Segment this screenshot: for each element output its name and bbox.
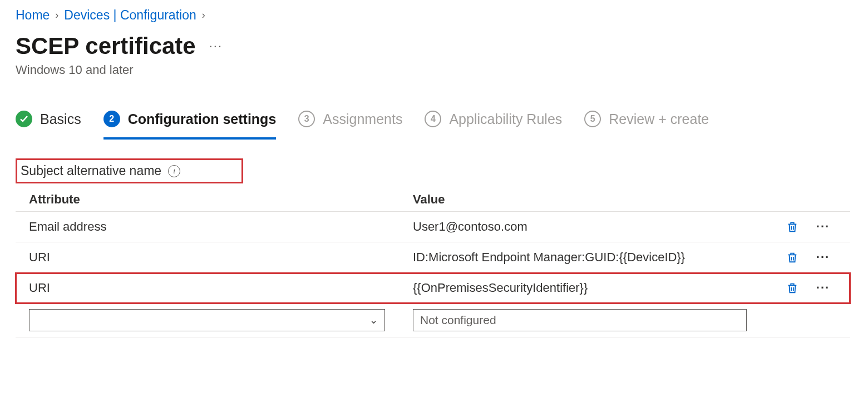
table-input-row: ⌄	[16, 304, 850, 337]
table-header: Attribute Value	[16, 188, 850, 212]
breadcrumb: Home › Devices | Configuration ›	[16, 8, 852, 23]
step-number-icon: 2	[103, 111, 120, 127]
cell-attribute: Email address	[29, 220, 413, 234]
cell-value: ID:Microsoft Endpoint Manager:GUID:{{Dev…	[413, 250, 776, 265]
step-label: Assignments	[323, 111, 402, 127]
delete-icon[interactable]	[776, 281, 809, 295]
row-more-button[interactable]: ···	[809, 220, 837, 234]
breadcrumb-home[interactable]: Home	[16, 8, 50, 23]
step-number-icon: 3	[298, 111, 315, 127]
title-more-button[interactable]: ···	[209, 39, 223, 53]
step-label: Review + create	[609, 111, 709, 127]
cell-attribute: URI	[29, 281, 413, 295]
col-value: Value	[413, 192, 776, 207]
col-attribute: Attribute	[29, 192, 413, 207]
step-basics[interactable]: Basics	[16, 111, 81, 137]
section-label: Subject alternative name	[21, 163, 161, 178]
step-configuration-settings[interactable]: 2 Configuration settings	[103, 111, 277, 140]
step-number-icon: 5	[584, 111, 601, 127]
breadcrumb-devices[interactable]: Devices | Configuration	[64, 8, 196, 23]
value-input[interactable]	[413, 309, 747, 331]
step-label: Applicability Rules	[449, 111, 562, 127]
row-more-button[interactable]: ···	[809, 281, 837, 295]
delete-icon[interactable]	[776, 220, 809, 233]
title-row: SCEP certificate ···	[16, 33, 852, 59]
wizard-steps: Basics 2 Configuration settings 3 Assign…	[16, 111, 852, 137]
chevron-right-icon: ›	[55, 9, 58, 21]
check-icon	[16, 111, 32, 127]
page-title: SCEP certificate	[16, 33, 196, 59]
chevron-down-icon: ⌄	[369, 314, 378, 326]
chevron-right-icon: ›	[202, 9, 205, 21]
page-subtitle: Windows 10 and later	[16, 63, 852, 77]
step-applicability-rules[interactable]: 4 Applicability Rules	[425, 111, 562, 137]
cell-value: {{OnPremisesSecurityIdentifier}}	[413, 281, 776, 295]
table-row: URI {{OnPremisesSecurityIdentifier}} ···	[16, 273, 850, 304]
table-row: URI ID:Microsoft Endpoint Manager:GUID:{…	[16, 242, 850, 273]
step-label: Configuration settings	[128, 111, 277, 127]
step-assignments[interactable]: 3 Assignments	[298, 111, 402, 137]
info-icon[interactable]: i	[168, 165, 180, 177]
cell-attribute: URI	[29, 250, 413, 265]
san-table: Attribute Value Email address User1@cont…	[16, 188, 850, 337]
step-review-create[interactable]: 5 Review + create	[584, 111, 709, 137]
step-number-icon: 4	[425, 111, 441, 127]
cell-value: User1@contoso.com	[413, 220, 776, 234]
row-more-button[interactable]: ···	[809, 250, 837, 265]
table-row: Email address User1@contoso.com ···	[16, 212, 850, 242]
step-label: Basics	[40, 111, 81, 127]
attribute-dropdown[interactable]: ⌄	[29, 309, 385, 331]
section-subject-alternative-name: Subject alternative name i	[16, 158, 243, 183]
delete-icon[interactable]	[776, 251, 809, 264]
